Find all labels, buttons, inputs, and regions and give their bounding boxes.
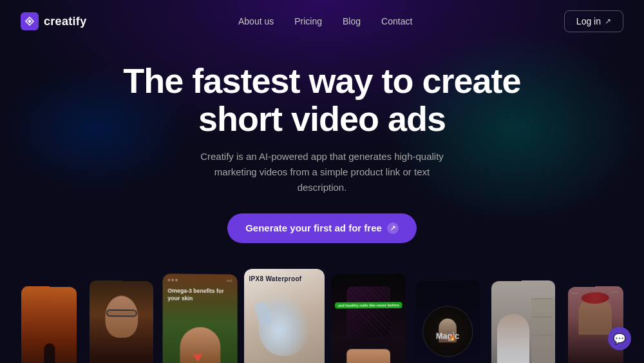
login-label: Log in <box>576 16 601 26</box>
navbar: creatify About us Pricing Blog Contact L… <box>0 0 644 43</box>
video-card-5[interactable]: and healthy nails like never before <box>331 273 406 363</box>
nav-contact[interactable]: Contact <box>381 16 412 26</box>
cta-arrow-icon: ↗ <box>387 222 399 234</box>
card3-title: Omega-3 benefits for your skin <box>167 288 234 302</box>
card4-label: IPX8 Waterproof <box>249 275 319 282</box>
hero-description: Creatify is an AI-powered app that gener… <box>200 149 444 195</box>
video-card-3[interactable]: rw1 Omega-3 benefits for your skin R SKI… <box>162 273 237 363</box>
video-card-4[interactable]: IPX8 Waterproof Dive into any adventure … <box>244 269 325 363</box>
video-card-8[interactable]: ●●●● ad:ility Learn <box>567 286 623 363</box>
logo-icon <box>21 12 39 30</box>
nav-blog[interactable]: Blog <box>343 16 361 26</box>
chat-icon: 💬 <box>613 333 626 345</box>
video-cards-strip: As the sun sets and a difficult rw1 <box>0 256 644 363</box>
video-card-1[interactable]: As the sun sets and <box>21 286 77 363</box>
brand-name: creatify <box>44 15 86 28</box>
logo[interactable]: creatify <box>21 12 86 30</box>
cta-button[interactable]: Generate your first ad for free ↗ <box>227 213 417 243</box>
video-card-7[interactable]: the right <box>491 280 554 363</box>
login-button[interactable]: Log in ↗ <box>564 10 623 32</box>
nav-pricing[interactable]: Pricing <box>294 16 322 26</box>
chat-bubble[interactable]: 💬 <box>608 327 631 350</box>
nav-about[interactable]: About us <box>238 16 274 26</box>
hero-section: The fastest way to create short video ad… <box>0 43 644 256</box>
headline-line2: short video ads <box>198 99 446 138</box>
nav-links: About us Pricing Blog Contact <box>238 16 412 26</box>
card5-badge: and healthy nails like never before <box>335 302 402 308</box>
external-link-icon: ↗ <box>605 17 611 26</box>
headline-line1: The fastest way to create <box>123 61 520 100</box>
hero-headline: The fastest way to create short video ad… <box>13 62 631 139</box>
video-card-2[interactable]: a difficult <box>89 280 153 363</box>
cta-label: Generate your first ad for free <box>245 222 382 233</box>
video-card-6[interactable]: Magic 🔥 Unwind and embrace the magic <box>415 280 480 363</box>
